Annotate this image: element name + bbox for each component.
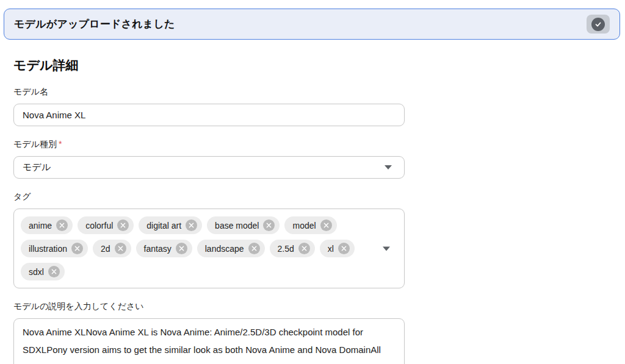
model-type-selected-value: モデル xyxy=(23,162,51,173)
tag-chip: 2.5d xyxy=(270,240,315,257)
tag-chip: landscape xyxy=(197,240,265,257)
tag-label: fantasy xyxy=(144,244,172,254)
tag-remove-button[interactable] xyxy=(117,219,129,231)
banner-check-button[interactable] xyxy=(587,15,610,34)
tag-label: anime xyxy=(29,221,52,230)
tag-remove-button[interactable] xyxy=(115,243,126,254)
tag-chip-list: anime colorful xyxy=(21,216,372,280)
tag-remove-button[interactable] xyxy=(56,219,68,231)
tags-multiselect[interactable]: anime colorful xyxy=(13,209,405,288)
tag-label: xl xyxy=(328,244,334,254)
tag-label: base model xyxy=(215,221,259,230)
tags-label: タグ xyxy=(13,191,405,202)
chevron-down-icon xyxy=(383,246,390,251)
tag-remove-button[interactable] xyxy=(263,219,275,231)
tag-remove-button[interactable] xyxy=(71,243,83,254)
description-label: モデルの説明を入力してください xyxy=(13,301,405,312)
tag-label: 2.5d xyxy=(278,244,294,254)
tag-remove-button[interactable] xyxy=(176,243,187,254)
tag-chip: xl xyxy=(320,240,355,257)
tag-chip: base model xyxy=(207,216,280,234)
tag-chip: sdxl xyxy=(21,263,65,280)
tag-label: 2d xyxy=(101,244,110,254)
tag-remove-button[interactable] xyxy=(298,243,310,254)
model-type-select[interactable]: モデル xyxy=(13,156,405,179)
tag-remove-button[interactable] xyxy=(48,266,60,277)
model-name-label: モデル名 xyxy=(13,87,405,98)
upload-success-banner: モデルがアップロードされました xyxy=(4,9,620,40)
tag-chip: fantasy xyxy=(136,240,192,257)
tag-chip: digital art xyxy=(139,216,202,234)
model-name-input[interactable] xyxy=(13,104,405,126)
tag-remove-button[interactable] xyxy=(320,219,332,231)
tag-chip: model xyxy=(284,216,336,234)
chevron-down-icon xyxy=(385,165,392,170)
tag-label: digital art xyxy=(146,221,181,230)
model-type-label: モデル種別* xyxy=(13,139,405,150)
check-circle-icon xyxy=(591,18,605,31)
required-asterisk: * xyxy=(59,139,62,149)
model-type-field-group: モデル種別* モデル xyxy=(13,139,405,179)
tag-label: colorful xyxy=(85,221,113,230)
tag-label: illustration xyxy=(29,244,67,254)
description-textarea[interactable]: Nova Anime XLNova Anime XL is Nova Anime… xyxy=(13,318,405,364)
model-name-field-group: モデル名 xyxy=(13,87,405,126)
tag-remove-button[interactable] xyxy=(186,219,197,231)
tag-label: sdxl xyxy=(29,267,44,277)
page-title: モデル詳細 xyxy=(13,57,612,74)
model-detail-form: モデル詳細 モデル名 モデル種別* モデル タグ anime xyxy=(0,57,625,364)
tag-label: landscape xyxy=(205,244,244,254)
tags-field-group: タグ anime colorful xyxy=(13,191,405,288)
tag-remove-button[interactable] xyxy=(248,243,260,254)
tag-chip: colorful xyxy=(78,216,134,234)
tag-chip: illustration xyxy=(21,240,88,257)
banner-title: モデルがアップロードされました xyxy=(14,17,175,31)
tag-label: model xyxy=(292,221,316,230)
description-field-group: モデルの説明を入力してください Nova Anime XLNova Anime … xyxy=(13,301,405,364)
tag-chip: anime xyxy=(21,216,73,234)
tag-remove-button[interactable] xyxy=(338,243,350,254)
tag-chip: 2d xyxy=(93,240,131,257)
